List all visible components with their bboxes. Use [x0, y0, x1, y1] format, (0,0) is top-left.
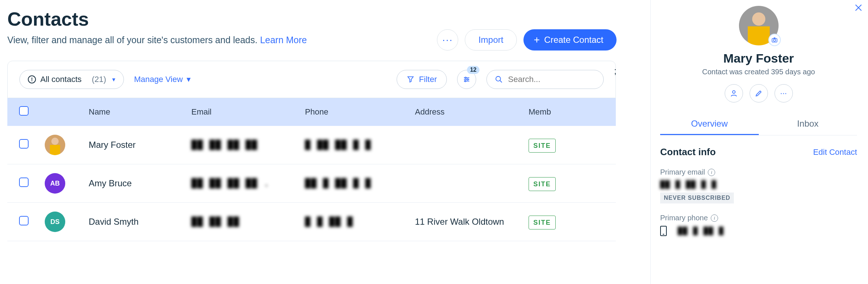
side-tabs: Overview Inbox: [660, 113, 857, 135]
primary-email-value: ██ █ ██ █ █: [660, 180, 857, 189]
person-icon: [730, 89, 738, 97]
close-panel-button[interactable]: [854, 3, 863, 15]
primary-phone-label: Primary phone i: [660, 214, 857, 222]
svg-point-11: [773, 39, 776, 41]
edit-contact-link[interactable]: Edit Contact: [813, 147, 857, 157]
cell-phone: █ ██ ██ █ █: [305, 140, 415, 150]
sliders-icon: [463, 75, 471, 83]
learn-more-link[interactable]: Learn More: [260, 35, 307, 45]
contact-created-text: Contact was created 395 days ago: [660, 68, 857, 76]
svg-line-7: [500, 81, 502, 83]
contact-side-panel: Mary Foster Contact was created 395 days…: [650, 0, 867, 284]
member-badge: SITE: [529, 177, 556, 191]
camera-icon: [771, 37, 778, 43]
contact-info-header: Contact info Edit Contact: [660, 146, 857, 158]
col-member[interactable]: Memb: [529, 107, 587, 117]
toolbar: ! All contacts (21) ▾ Manage View ▾ Filt…: [7, 61, 616, 98]
view-selector[interactable]: ! All contacts (21) ▾: [19, 70, 124, 89]
svg-point-4: [467, 79, 468, 80]
cell-name: David Smyth: [89, 217, 191, 227]
cell-address: 11 River Walk Oldtown: [415, 217, 529, 227]
table-row[interactable]: Mary Foster ██ ██ ██ ██ █ ██ ██ █ █ SITE: [7, 126, 616, 164]
col-email[interactable]: Email: [191, 107, 305, 117]
chevron-down-icon: ▾: [187, 75, 191, 84]
col-address[interactable]: Address: [415, 107, 529, 117]
filter-label: Filter: [419, 75, 437, 84]
search-input[interactable]: [508, 75, 595, 84]
info-icon[interactable]: i: [711, 214, 718, 222]
create-contact-button[interactable]: + Create Contact: [523, 29, 617, 51]
manage-view-link[interactable]: Manage View ▾: [134, 75, 191, 84]
more-actions-button[interactable]: ···: [437, 29, 458, 51]
select-all-checkbox[interactable]: [19, 106, 29, 116]
avatar: DS: [45, 212, 65, 232]
ellipsis-icon: ···: [780, 89, 787, 98]
cell-phone: ██ █ ██ █ █: [305, 178, 415, 188]
contact-info-title: Contact info: [660, 146, 716, 158]
info-icon[interactable]: i: [708, 169, 715, 176]
view-count: (21): [92, 75, 106, 84]
alert-icon: !: [28, 75, 36, 83]
change-photo-button[interactable]: [768, 34, 781, 46]
primary-email-label: Primary email i: [660, 168, 857, 176]
filter-button[interactable]: Filter: [397, 70, 447, 89]
subscription-badge: NEVER SUBSCRIBED: [660, 193, 734, 203]
svg-point-6: [496, 76, 501, 81]
main-pane: Contacts View, filter and manage all of …: [0, 0, 623, 284]
primary-phone-value: ██ █ ██ █: [660, 226, 857, 236]
row-checkbox[interactable]: [19, 178, 29, 187]
table-row[interactable]: AB Amy Bruce ██ ██ ██ ██ . ██ █ ██ █ █ S…: [7, 164, 616, 203]
contact-edit-button[interactable]: [750, 84, 768, 102]
close-icon: [854, 3, 863, 12]
pencil-icon: [755, 89, 763, 97]
import-button[interactable]: Import: [465, 29, 517, 51]
member-badge: SITE: [529, 139, 556, 153]
avatar: AB: [45, 173, 65, 194]
manage-view-label: Manage View: [134, 75, 183, 84]
contact-profile-button[interactable]: [725, 84, 743, 102]
cell-name: Amy Bruce: [89, 178, 191, 188]
filter-icon: [407, 75, 415, 83]
member-badge: SITE: [529, 216, 556, 229]
svg-point-12: [732, 91, 735, 93]
table-row[interactable]: DS David Smyth ██ ██ ██ █ █ ██ █ 11 Rive…: [7, 203, 616, 241]
view-name: All contacts: [40, 75, 82, 84]
column-settings-button[interactable]: 12: [457, 70, 476, 89]
col-phone[interactable]: Phone: [305, 107, 415, 117]
page-subtitle-text: View, filter and manage all of your site…: [7, 35, 260, 45]
contact-more-button[interactable]: ···: [775, 84, 793, 102]
avatar: [45, 135, 65, 155]
svg-point-5: [465, 81, 466, 82]
create-contact-label: Create Contact: [544, 35, 603, 45]
svg-point-3: [465, 77, 466, 79]
phone-icon: [660, 226, 667, 236]
page-title: Contacts: [7, 9, 616, 30]
col-name[interactable]: Name: [89, 107, 191, 117]
tab-overview[interactable]: Overview: [660, 113, 759, 135]
cell-email: ██ ██ ██: [191, 217, 305, 227]
cell-name: Mary Foster: [89, 140, 191, 150]
search-field[interactable]: [486, 70, 604, 89]
cell-phone: █ █ ██ █: [305, 217, 415, 227]
contact-name: Mary Foster: [660, 51, 857, 66]
tab-inbox[interactable]: Inbox: [759, 113, 857, 135]
cell-email: ██ ██ ██ ██ .: [191, 178, 305, 188]
settings-badge: 12: [467, 66, 479, 74]
row-checkbox[interactable]: [19, 216, 29, 225]
table-header: Name Email Phone Address Memb: [7, 98, 616, 126]
stray-semicolon: ;: [614, 66, 617, 76]
contact-avatar-wrap: [739, 6, 779, 45]
row-checkbox[interactable]: [19, 139, 29, 149]
search-icon: [495, 75, 503, 83]
chevron-down-icon: ▾: [112, 76, 115, 83]
contact-action-buttons: ···: [660, 84, 857, 102]
cell-email: ██ ██ ██ ██: [191, 140, 305, 150]
header-actions: ··· Import + Create Contact ;: [437, 29, 617, 51]
plus-icon: +: [534, 34, 540, 46]
